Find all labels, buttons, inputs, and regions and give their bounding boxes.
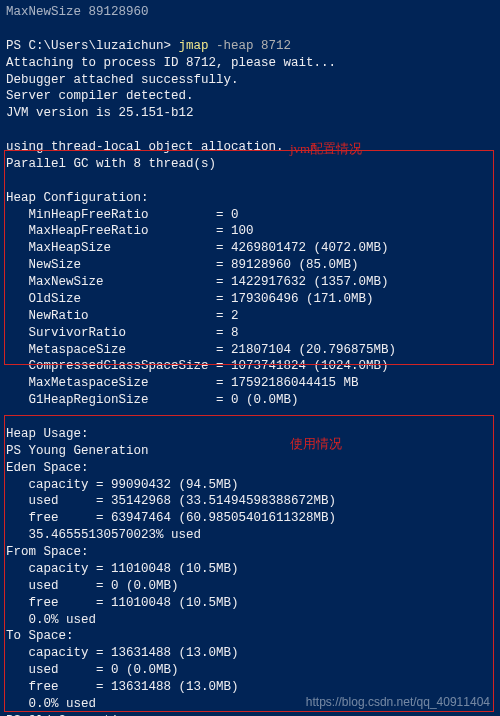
usage-row: used = 0 (0.0MB) (6, 662, 494, 679)
output-line: Server compiler detected. (6, 88, 494, 105)
heap-usage-title: Heap Usage: (6, 426, 494, 443)
annot-config: jvm配置情况 (290, 140, 362, 158)
config-row: MaxMetaspaceSize = 17592186044415 MB (6, 375, 494, 392)
heap-usage-block: Eden Space: capacity = 99090432 (94.5MB)… (6, 460, 494, 716)
usage-row: capacity = 11010048 (10.5MB) (6, 561, 494, 578)
prompt-ps: PS (6, 39, 29, 53)
usage-pct: 35.46555130570023% used (6, 527, 494, 544)
config-row: NewRatio = 2 (6, 308, 494, 325)
output-line: Attaching to process ID 8712, please wai… (6, 55, 494, 72)
config-row: G1HeapRegionSize = 0 (0.0MB) (6, 392, 494, 409)
config-row: MaxNewSize = 1422917632 (1357.0MB) (6, 274, 494, 291)
heap-config-title: Heap Configuration: (6, 190, 494, 207)
config-row: MetaspaceSize = 21807104 (20.796875MB) (6, 342, 494, 359)
output-line (6, 173, 494, 190)
partial-prev-line: MaxNewSize 89128960 (6, 4, 494, 21)
config-row: NewSize = 89128960 (85.0MB) (6, 257, 494, 274)
usage-row: used = 0 (0.0MB) (6, 578, 494, 595)
output-line: using thread-local object allocation. (6, 139, 494, 156)
cmd-args: -heap 8712 (209, 39, 292, 53)
config-row: MinHeapFreeRatio = 0 (6, 207, 494, 224)
config-row: MaxHeapFreeRatio = 100 (6, 223, 494, 240)
space-title: To Space: (6, 628, 494, 645)
prompt-path: C:\Users\luzaichun (29, 39, 164, 53)
young-gen-title: PS Young Generation (6, 443, 494, 460)
output-line: Parallel GC with 8 thread(s) (6, 156, 494, 173)
output-header: Attaching to process ID 8712, please wai… (6, 55, 494, 190)
space-title: From Space: (6, 544, 494, 561)
output-line: Debugger attached successfully. (6, 72, 494, 89)
prompt-sep: > (164, 39, 179, 53)
annot-usage: 使用情况 (290, 435, 342, 453)
cmd-name: jmap (179, 39, 209, 53)
config-row: MaxHeapSize = 4269801472 (4072.0MB) (6, 240, 494, 257)
config-row: CompressedClassSpaceSize = 1073741824 (1… (6, 358, 494, 375)
usage-row: used = 35142968 (33.51494598388672MB) (6, 493, 494, 510)
usage-row: free = 11010048 (10.5MB) (6, 595, 494, 612)
blank (6, 409, 494, 426)
heap-config-block: MinHeapFreeRatio = 0 MaxHeapFreeRatio = … (6, 207, 494, 410)
config-row: SurvivorRatio = 8 (6, 325, 494, 342)
usage-row: free = 63947464 (60.98505401611328MB) (6, 510, 494, 527)
usage-pct: 0.0% used (6, 612, 494, 629)
watermark: https://blog.csdn.net/qq_40911404 (306, 694, 490, 710)
usage-row: capacity = 13631488 (13.0MB) (6, 645, 494, 662)
usage-row: capacity = 99090432 (94.5MB) (6, 477, 494, 494)
output-line (6, 122, 494, 139)
config-row: OldSize = 179306496 (171.0MB) (6, 291, 494, 308)
space-title: Eden Space: (6, 460, 494, 477)
output-line: JVM version is 25.151-b12 (6, 105, 494, 122)
prompt-line[interactable]: PS C:\Users\luzaichun> jmap -heap 8712 (6, 21, 494, 55)
